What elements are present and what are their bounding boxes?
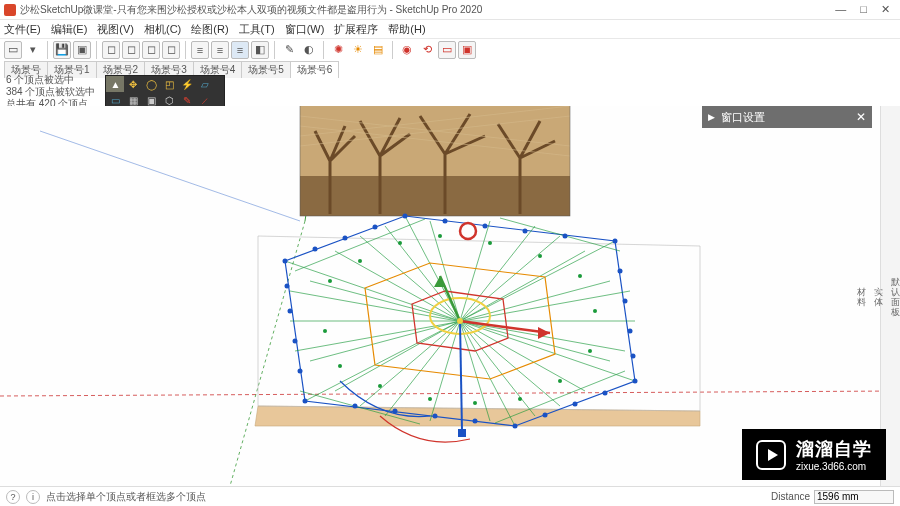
record-icon[interactable]: ◉ [398, 41, 416, 59]
svg-line-2 [230, 221, 305, 486]
view-icon-1[interactable]: ◻ [102, 41, 120, 59]
window-title: 沙松SketchUp微课堂-只有您来围沙松授权或沙松本人双项的视频文件都是盗用行… [20, 3, 835, 17]
tray-tab[interactable]: 默认面板 [891, 278, 900, 318]
menu-camera[interactable]: 相机(C) [144, 22, 181, 37]
toolbar-separator [96, 41, 97, 59]
menu-draw[interactable]: 绘图(R) [191, 22, 228, 37]
menu-tools[interactable]: 工具(T) [239, 22, 275, 37]
tray-tab[interactable]: 实体 [874, 288, 883, 308]
svg-point-41 [403, 214, 408, 219]
svg-point-69 [488, 241, 492, 245]
group-icon[interactable]: ▣ [73, 41, 91, 59]
watermark-url: zixue.3d66.com [796, 461, 872, 472]
info-icon[interactable]: i [26, 490, 40, 504]
gear-icon[interactable]: ✺ [329, 41, 347, 59]
svg-point-56 [473, 419, 478, 424]
menu-extensions[interactable]: 扩展程序 [334, 22, 378, 37]
render-icon[interactable]: ▣ [458, 41, 476, 59]
scene-tab[interactable]: 场景号5 [241, 61, 291, 78]
window-maximize[interactable]: □ [860, 3, 867, 16]
right-panel-header[interactable]: ▶ 窗口设置 ✕ [702, 106, 872, 128]
vcb-input[interactable] [814, 490, 894, 504]
dropdown-arrow-icon[interactable]: ▾ [24, 41, 42, 59]
new-doc-icon[interactable]: ▭ [4, 41, 22, 59]
svg-point-48 [623, 299, 628, 304]
svg-point-67 [398, 241, 402, 245]
move-tool-icon[interactable]: ✥ [124, 76, 142, 92]
svg-point-77 [428, 397, 432, 401]
svg-point-88 [460, 223, 476, 239]
svg-point-37 [283, 259, 288, 264]
menu-file[interactable]: 文件(E) [4, 22, 41, 37]
close-icon[interactable]: ✕ [856, 110, 866, 124]
svg-point-70 [538, 254, 542, 258]
svg-point-76 [473, 401, 477, 405]
svg-point-79 [338, 364, 342, 368]
window-minimize[interactable]: — [835, 3, 846, 16]
menu-edit[interactable]: 编辑(E) [51, 22, 88, 37]
tray-tab[interactable]: 材料 [857, 288, 866, 308]
align-icon-3[interactable]: ≡ [231, 41, 249, 59]
app-icon [4, 4, 16, 16]
svg-point-49 [628, 329, 633, 334]
toolbar-separator [274, 41, 275, 59]
status-bar: ? i 点击选择单个顶点或者框选多个顶点 Distance [0, 486, 900, 506]
svg-point-59 [353, 404, 358, 409]
svg-line-33 [500, 218, 620, 251]
pencil-icon[interactable]: ✎ [280, 41, 298, 59]
align-icon-1[interactable]: ≡ [191, 41, 209, 59]
svg-point-73 [588, 349, 592, 353]
window-close[interactable]: ✕ [881, 3, 890, 16]
svg-point-44 [523, 229, 528, 234]
menu-window[interactable]: 窗口(W) [285, 22, 325, 37]
svg-point-78 [378, 384, 382, 388]
brush-tool-icon[interactable]: ▱ [196, 76, 214, 92]
svg-point-62 [293, 339, 298, 344]
svg-point-74 [558, 379, 562, 383]
svg-rect-5 [300, 176, 570, 216]
svg-point-60 [303, 399, 308, 404]
scene-tab-active[interactable]: 场景号6 [290, 61, 340, 78]
sun-icon[interactable]: ☀ [349, 41, 367, 59]
save-icon[interactable]: 💾 [53, 41, 71, 59]
select-tool-icon[interactable]: ▲ [106, 76, 124, 92]
help-icon[interactable]: ? [6, 490, 20, 504]
toolbar-separator [392, 41, 393, 59]
scale-tool-icon[interactable]: ◰ [160, 76, 178, 92]
svg-point-55 [513, 424, 518, 429]
status-hint: 点击选择单个顶点或者框选多个顶点 [46, 490, 206, 504]
menubar: 文件(E) 编辑(E) 视图(V) 相机(C) 绘图(R) 工具(T) 窗口(W… [0, 20, 900, 38]
svg-rect-86 [458, 429, 466, 437]
scene-icon[interactable]: ▭ [438, 41, 456, 59]
bolt-tool-icon[interactable]: ⚡ [178, 76, 196, 92]
menu-view[interactable]: 视图(V) [97, 22, 134, 37]
toolbar-separator [185, 41, 186, 59]
color-icon[interactable]: ◧ [251, 41, 269, 59]
bulb-icon[interactable]: ◐ [300, 41, 318, 59]
toolbar-separator [47, 41, 48, 59]
view-icon-4[interactable]: ◻ [162, 41, 180, 59]
svg-line-30 [295, 219, 425, 271]
view-icon-3[interactable]: ◻ [142, 41, 160, 59]
svg-point-61 [298, 369, 303, 374]
svg-point-65 [328, 279, 332, 283]
svg-point-63 [288, 309, 293, 314]
svg-point-43 [483, 224, 488, 229]
svg-point-40 [373, 225, 378, 230]
camera-tool-icon[interactable]: ⟲ [418, 41, 436, 59]
layers-icon[interactable]: ▤ [369, 41, 387, 59]
rotate-tool-icon[interactable]: ◯ [142, 76, 160, 92]
toolbar-separator [323, 41, 324, 59]
menu-help[interactable]: 帮助(H) [388, 22, 425, 37]
chevron-right-icon: ▶ [708, 112, 715, 122]
svg-line-3 [40, 131, 300, 221]
svg-point-53 [573, 402, 578, 407]
view-icon-2[interactable]: ◻ [122, 41, 140, 59]
svg-point-52 [603, 391, 608, 396]
svg-marker-84 [434, 276, 446, 287]
svg-point-46 [613, 239, 618, 244]
svg-point-64 [285, 284, 290, 289]
svg-line-0 [0, 391, 900, 396]
align-icon-2[interactable]: ≡ [211, 41, 229, 59]
svg-point-72 [593, 309, 597, 313]
